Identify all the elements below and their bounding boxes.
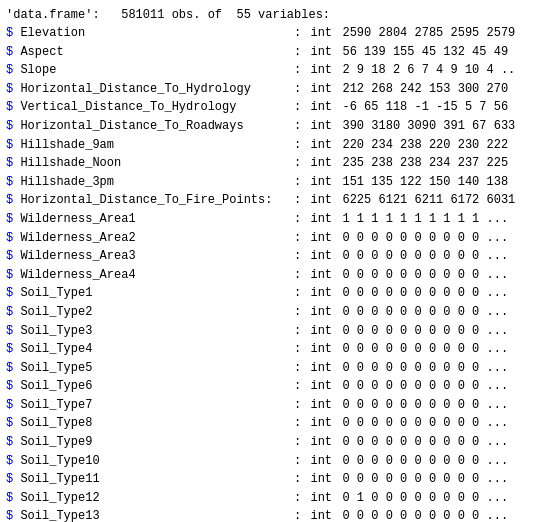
variable-type: int [310, 489, 342, 508]
variable-type: int [310, 507, 342, 522]
colon: : [294, 191, 308, 210]
table-row: $ Wilderness_Area3 : int 0 0 0 0 0 0 0 0… [6, 247, 540, 266]
table-row: $ Soil_Type3 : int 0 0 0 0 0 0 0 0 0 0 .… [6, 322, 540, 341]
variable-type: int [310, 377, 342, 396]
dollar-sign: $ [6, 229, 20, 248]
dollar-sign: $ [6, 80, 20, 99]
table-row: $ Aspect : int 56 139 155 45 132 45 49 [6, 43, 540, 62]
dollar-sign: $ [6, 136, 20, 155]
colon: : [294, 154, 308, 173]
table-row: $ Slope : int 2 9 18 2 6 7 4 9 10 4 .. [6, 61, 540, 80]
dollar-sign: $ [6, 284, 20, 303]
table-row: $ Soil_Type10 : int 0 0 0 0 0 0 0 0 0 0 … [6, 452, 540, 471]
dollar-sign: $ [6, 98, 20, 117]
colon: : [294, 247, 308, 266]
variable-type: int [310, 414, 342, 433]
dollar-sign: $ [6, 340, 20, 359]
table-row: $ Soil_Type6 : int 0 0 0 0 0 0 0 0 0 0 .… [6, 377, 540, 396]
variable-name: Soil_Type3 [20, 322, 294, 341]
variable-values: 212 268 242 153 300 270 [342, 80, 508, 99]
colon: : [294, 61, 308, 80]
variable-type: int [310, 24, 342, 43]
variable-values: 0 0 0 0 0 0 0 0 0 0 ... [342, 414, 508, 433]
variable-values: 0 0 0 0 0 0 0 0 0 0 ... [342, 266, 508, 285]
table-row: $ Soil_Type8 : int 0 0 0 0 0 0 0 0 0 0 .… [6, 414, 540, 433]
dollar-sign: $ [6, 396, 20, 415]
table-row: $ Hillshade_3pm : int 151 135 122 150 14… [6, 173, 540, 192]
colon: : [294, 377, 308, 396]
variable-name: Aspect [20, 43, 294, 62]
variable-name: Horizontal_Distance_To_Hydrology [20, 80, 294, 99]
table-row: $ Wilderness_Area2 : int 0 0 0 0 0 0 0 0… [6, 229, 540, 248]
variable-type: int [310, 43, 342, 62]
variable-type: int [310, 173, 342, 192]
colon: : [294, 98, 308, 117]
variable-values: 0 0 0 0 0 0 0 0 0 0 ... [342, 303, 508, 322]
colon: : [294, 489, 308, 508]
dollar-sign: $ [6, 173, 20, 192]
dollar-sign: $ [6, 191, 20, 210]
table-row: $ Soil_Type11 : int 0 0 0 0 0 0 0 0 0 0 … [6, 470, 540, 489]
dollar-sign: $ [6, 414, 20, 433]
variable-values: 2 9 18 2 6 7 4 9 10 4 .. [342, 61, 515, 80]
variable-type: int [310, 359, 342, 378]
variable-name: Hillshade_Noon [20, 154, 294, 173]
variable-type: int [310, 154, 342, 173]
variable-values: 220 234 238 220 230 222 [342, 136, 508, 155]
table-row: $ Soil_Type5 : int 0 0 0 0 0 0 0 0 0 0 .… [6, 359, 540, 378]
variable-name: Vertical_Distance_To_Hydrology [20, 98, 294, 117]
variable-type: int [310, 136, 342, 155]
dollar-sign: $ [6, 117, 20, 136]
variable-type: int [310, 117, 342, 136]
variable-name: Soil_Type4 [20, 340, 294, 359]
variable-values: 0 1 0 0 0 0 0 0 0 0 ... [342, 489, 508, 508]
table-row: $ Soil_Type2 : int 0 0 0 0 0 0 0 0 0 0 .… [6, 303, 540, 322]
variable-type: int [310, 284, 342, 303]
colon: : [294, 433, 308, 452]
rows-container: $ Elevation : int 2590 2804 2785 2595 25… [6, 24, 540, 522]
table-row: $ Wilderness_Area1 : int 1 1 1 1 1 1 1 1… [6, 210, 540, 229]
variable-name: Hillshade_9am [20, 136, 294, 155]
variable-values: 0 0 0 0 0 0 0 0 0 0 ... [342, 229, 508, 248]
dollar-sign: $ [6, 377, 20, 396]
variable-name: Hillshade_3pm [20, 173, 294, 192]
variable-values: 0 0 0 0 0 0 0 0 0 0 ... [342, 377, 508, 396]
table-row: $ Horizontal_Distance_To_Fire_Points: : … [6, 191, 540, 210]
variable-values: 0 0 0 0 0 0 0 0 0 0 ... [342, 284, 508, 303]
variable-name: Slope [20, 61, 294, 80]
table-row: $ Soil_Type1 : int 0 0 0 0 0 0 0 0 0 0 .… [6, 284, 540, 303]
variable-values: 1 1 1 1 1 1 1 1 1 1 ... [342, 210, 508, 229]
colon: : [294, 322, 308, 341]
variable-type: int [310, 210, 342, 229]
variable-values: 235 238 238 234 237 225 [342, 154, 508, 173]
variable-values: 0 0 0 0 0 0 0 0 0 0 ... [342, 322, 508, 341]
colon: : [294, 136, 308, 155]
dollar-sign: $ [6, 303, 20, 322]
table-row: $ Soil_Type12 : int 0 1 0 0 0 0 0 0 0 0 … [6, 489, 540, 508]
console-output: 'data.frame': 581011 obs. of 55 variable… [6, 8, 540, 522]
variable-type: int [310, 322, 342, 341]
dollar-sign: $ [6, 359, 20, 378]
variable-type: int [310, 229, 342, 248]
table-row: $ Soil_Type13 : int 0 0 0 0 0 0 0 0 0 0 … [6, 507, 540, 522]
variable-type: int [310, 433, 342, 452]
table-row: $ Soil_Type4 : int 0 0 0 0 0 0 0 0 0 0 .… [6, 340, 540, 359]
variable-values: 151 135 122 150 140 138 [342, 173, 508, 192]
variable-values: 0 0 0 0 0 0 0 0 0 0 ... [342, 452, 508, 471]
table-row: $ Horizontal_Distance_To_Roadways : int … [6, 117, 540, 136]
dollar-sign: $ [6, 452, 20, 471]
variable-name: Soil_Type13 [20, 507, 294, 522]
variable-name: Soil_Type10 [20, 452, 294, 471]
variable-type: int [310, 80, 342, 99]
table-row: $ Horizontal_Distance_To_Hydrology : int… [6, 80, 540, 99]
variable-values: 0 0 0 0 0 0 0 0 0 0 ... [342, 247, 508, 266]
colon: : [294, 303, 308, 322]
variable-type: int [310, 452, 342, 471]
colon: : [294, 229, 308, 248]
dollar-sign: $ [6, 489, 20, 508]
table-row: $ Soil_Type9 : int 0 0 0 0 0 0 0 0 0 0 .… [6, 433, 540, 452]
colon: : [294, 43, 308, 62]
variable-values: 0 0 0 0 0 0 0 0 0 0 ... [342, 507, 508, 522]
variable-type: int [310, 98, 342, 117]
variable-values: 56 139 155 45 132 45 49 [342, 43, 508, 62]
